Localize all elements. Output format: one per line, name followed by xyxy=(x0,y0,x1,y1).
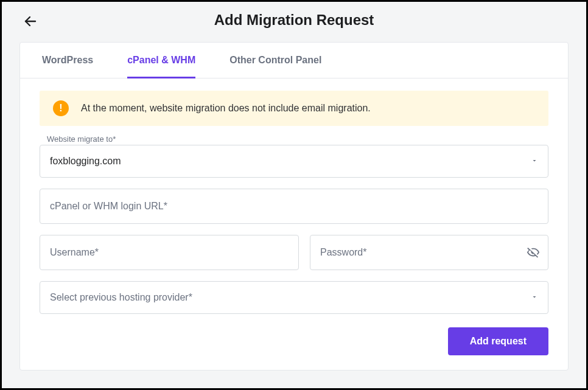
page-title: Add Migration Request xyxy=(21,12,567,29)
tab-other-control-panel[interactable]: Other Control Panel xyxy=(229,43,321,78)
tab-cpanel-whm[interactable]: cPanel & WHM xyxy=(127,43,195,78)
form-content: ! At the moment, website migration does … xyxy=(20,78,568,370)
arrow-left-icon xyxy=(23,14,38,29)
modal-frame: Add Migration Request WordPress cPanel &… xyxy=(0,0,588,390)
migrate-to-select[interactable]: foxblogging.com xyxy=(40,145,548,178)
migrate-to-value: foxblogging.com xyxy=(50,156,121,167)
modal-header: Add Migration Request xyxy=(4,12,584,37)
warning-icon: ! xyxy=(53,100,69,116)
chevron-down-icon xyxy=(531,156,538,167)
provider-placeholder: Select previous hosting provider* xyxy=(50,292,192,303)
migrate-to-label: Website migrate to* xyxy=(47,134,548,144)
credentials-row xyxy=(40,235,548,270)
add-request-button[interactable]: Add request xyxy=(448,327,548,355)
chevron-down-icon xyxy=(531,292,538,303)
eye-off-icon xyxy=(527,246,540,259)
password-wrap xyxy=(310,235,548,270)
tabs-bar: WordPress cPanel & WHM Other Control Pan… xyxy=(20,43,568,78)
actions-row: Add request xyxy=(40,327,548,355)
form-card: WordPress cPanel & WHM Other Control Pan… xyxy=(19,42,569,371)
provider-select[interactable]: Select previous hosting provider* xyxy=(40,281,548,314)
migrate-to-group: Website migrate to* foxblogging.com xyxy=(40,134,548,178)
info-notice: ! At the moment, website migration does … xyxy=(40,91,548,126)
password-input[interactable] xyxy=(310,235,548,270)
tab-wordpress[interactable]: WordPress xyxy=(42,43,93,78)
login-url-group xyxy=(40,189,548,224)
provider-group: Select previous hosting provider* xyxy=(40,281,548,314)
notice-text: At the moment, website migration does no… xyxy=(81,103,371,114)
toggle-password-visibility[interactable] xyxy=(527,246,540,259)
login-url-input[interactable] xyxy=(40,189,548,224)
back-button[interactable] xyxy=(22,13,39,30)
username-input[interactable] xyxy=(40,235,299,270)
